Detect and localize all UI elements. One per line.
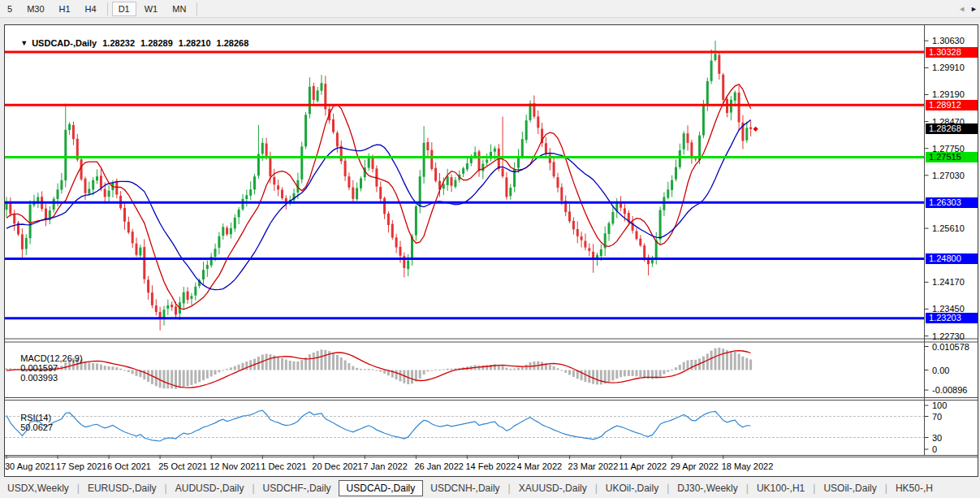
date-axis-label: 20 Dec 2021 — [312, 461, 362, 471]
timeframe-button-d1[interactable]: D1 — [112, 2, 136, 16]
date-axis-label: 23 Mar 2022 — [568, 461, 619, 471]
date-axis-label: 14 Feb 2022 — [465, 461, 516, 471]
rsi-axis-label: 0 — [932, 444, 937, 454]
timeframe-button-m30[interactable]: M30 — [20, 2, 50, 16]
chart-legend: ▼USDCAD-,Daily1.282321.282891.282101.282… — [11, 28, 248, 58]
chart-tab-ukoil-daily[interactable]: UKOil-,Daily — [598, 480, 666, 496]
macd-signal-line — [6, 351, 751, 388]
timeframe-button-mn[interactable]: MN — [166, 2, 192, 16]
tab-scroll-left-icon[interactable]: ◄ — [958, 5, 965, 13]
level-price-label: 1.24800 — [926, 253, 978, 264]
price-tick-label: 1.25610 — [932, 223, 965, 233]
ohlc-low: 1.28210 — [179, 38, 211, 48]
ma-slow-line[interactable] — [6, 120, 751, 290]
price-tick-label: 1.29910 — [932, 63, 965, 72]
ohlc-high: 1.28289 — [140, 38, 173, 48]
level-price-label: 1.28912 — [926, 100, 978, 110]
chart-tab-usdchf-daily[interactable]: USDCHF-,Daily — [256, 480, 339, 496]
chart-tab-eurusd-daily[interactable]: EURUSD-,Daily — [80, 480, 164, 496]
chart-plot-area[interactable] — [5, 25, 978, 476]
current-price-label: 1.28268 — [926, 123, 978, 134]
level-price-label: 1.23203 — [926, 313, 978, 323]
date-axis-label: 6 Oct 2021 — [107, 461, 151, 471]
chart-tab-audusd-daily[interactable]: AUDUSD-,Daily — [168, 480, 252, 496]
price-tick-label: 1.30630 — [932, 36, 965, 45]
toolbar-separator — [107, 2, 108, 15]
macd-axis-label: 0.00 — [932, 366, 949, 375]
app-root: { "toolbar": { "buttons": [ {"label": "5… — [0, 0, 980, 498]
chart-tab-usdcnh-daily[interactable]: USDCNH-,Daily — [423, 480, 507, 496]
tab-scroll-buttons: ◄► — [956, 5, 978, 13]
timeframe-toolbar: 5M30H1H4D1W1MN — [0, 0, 980, 18]
toolbar-separator — [196, 2, 197, 15]
date-axis-label: 18 May 2022 — [722, 461, 774, 471]
chart-tab-xauusd-daily[interactable]: XAUUSD-,Daily — [512, 480, 594, 496]
chart-tab-hk50-h[interactable]: HK50-,H — [888, 480, 940, 496]
macd-indicator-label: MACD(12,26,9) 0.001597 0.003993 — [11, 344, 83, 392]
timeframe-button-5[interactable]: 5 — [1, 2, 19, 16]
date-axis-label: 4 Mar 2022 — [517, 461, 563, 471]
chart-tab-usoil-daily[interactable]: USOil-,Daily — [816, 480, 883, 496]
date-axis-label: 30 Aug 2021 — [5, 461, 55, 471]
macd-signal-value: 0.003993 — [20, 373, 58, 383]
date-axis-label: 11 Apr 2022 — [620, 461, 667, 471]
price-tick-label: 1.27030 — [932, 171, 965, 180]
chart-symbol-label: USDCAD-,Daily — [32, 38, 97, 48]
ohlc-close: 1.28268 — [217, 38, 249, 48]
price-tick-label: 1.22730 — [932, 331, 965, 341]
timeframe-button-w1[interactable]: W1 — [138, 2, 165, 16]
price-marker-icon — [753, 127, 758, 132]
date-axis-label: 7 Jan 2022 — [363, 461, 407, 471]
level-price-label: 1.30328 — [926, 47, 978, 58]
rsi-line — [6, 410, 751, 441]
tab-scroll-right-icon[interactable]: ► — [970, 5, 978, 13]
rsi-indicator-label: RSI(14) 50.0627 — [11, 403, 53, 442]
price-tick-label: 1.24170 — [932, 277, 965, 287]
date-axis-label: 17 Sep 2021 — [56, 461, 106, 471]
date-axis-label: 12 Nov 2021 — [209, 461, 260, 471]
ma-fast-line[interactable] — [6, 84, 751, 310]
rsi-axis-label: 70 — [932, 412, 942, 422]
chart-tab-dj30-weekly[interactable]: DJ30-,Weekly — [670, 480, 745, 496]
candles-group — [6, 41, 753, 331]
rsi-axis-label: 30 — [932, 433, 942, 443]
macd-axis-label: -0.00896 — [932, 385, 967, 395]
date-axis-label: 25 Oct 2021 — [158, 461, 207, 471]
date-axis-label: 29 Apr 2022 — [671, 461, 719, 471]
chart-dropdown-icon[interactable]: ▼ — [20, 39, 28, 47]
date-axis-label: 1 Dec 2021 — [261, 461, 306, 471]
macd-name: MACD(12,26,9) — [20, 353, 82, 363]
price-tick-label: 1.29190 — [932, 89, 965, 99]
level-price-label: 1.27515 — [926, 152, 978, 162]
chart-tab-usdx-weekly[interactable]: USDX,Weekly — [0, 480, 76, 496]
timeframe-button-h1[interactable]: H1 — [53, 2, 77, 16]
timeframe-button-h4[interactable]: H4 — [79, 2, 103, 16]
date-axis-label: 26 Jan 2022 — [414, 461, 464, 471]
level-price-label: 1.26303 — [926, 197, 978, 208]
chart-tab-bar: USDX,Weekly|EURUSD-,Daily|AUDUSD-,Daily|… — [0, 478, 980, 498]
ohlc-open: 1.28232 — [102, 38, 135, 48]
chart-tab-uk100-h1[interactable]: UK100-,H1 — [749, 480, 812, 496]
macd-main-value: 0.001597 — [20, 363, 58, 373]
rsi-axis-label: 100 — [932, 401, 947, 410]
rsi-value: 50.0627 — [20, 422, 53, 432]
chart-window: ▼USDCAD-,Daily1.282321.282891.282101.282… — [4, 24, 978, 477]
chart-tab-usdcad-daily[interactable]: USDCAD-,Daily — [339, 480, 424, 496]
rsi-name: RSI(14) — [20, 413, 51, 422]
macd-axis-label: 0.010578 — [932, 342, 969, 352]
